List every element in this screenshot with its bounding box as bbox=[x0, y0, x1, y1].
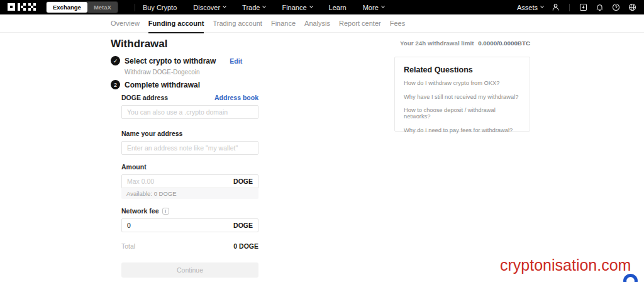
chevron-down-icon bbox=[263, 4, 267, 8]
main-nav: Buy Crypto Discover Trade Finance Learn … bbox=[143, 4, 384, 11]
tab-finance[interactable]: Finance bbox=[271, 14, 296, 33]
okx-logo-icon bbox=[8, 3, 36, 11]
total-value: 0 DOGE bbox=[233, 242, 258, 250]
total-row: Total 0 DOGE bbox=[121, 242, 258, 250]
step-number: 2 bbox=[111, 80, 120, 89]
address-input-box bbox=[121, 105, 258, 119]
tab-overview[interactable]: Overview bbox=[111, 14, 140, 33]
step-complete-withdrawal: 2 Complete withdrawal bbox=[111, 80, 200, 89]
nav-buy-crypto[interactable]: Buy Crypto bbox=[143, 4, 177, 11]
total-label: Total bbox=[121, 242, 135, 250]
amount-label: Amount bbox=[121, 163, 147, 171]
chevron-down-icon bbox=[381, 4, 385, 8]
user-icon[interactable] bbox=[552, 3, 560, 11]
chevron-down-icon bbox=[540, 4, 544, 8]
tab-fees[interactable]: Fees bbox=[390, 14, 405, 33]
amount-input-box: DOGE bbox=[121, 174, 258, 188]
page-title: Withdrawal bbox=[111, 38, 168, 50]
limit-label: Your 24h withdrawal limit bbox=[400, 40, 474, 47]
help-icon[interactable] bbox=[612, 3, 620, 11]
related-question-link[interactable]: How to choose deposit / withdrawal netwo… bbox=[404, 107, 521, 120]
mode-tab-metax[interactable]: MetaX bbox=[87, 2, 118, 13]
topbar-divider bbox=[569, 4, 570, 11]
amount-input[interactable] bbox=[127, 178, 230, 185]
name-address-label: Name your address bbox=[121, 130, 182, 137]
related-question-link[interactable]: Why have I still not received my withdra… bbox=[404, 94, 521, 100]
amount-currency: DOGE bbox=[233, 178, 253, 185]
limit-value: 0.0000/0.0000BTC bbox=[478, 40, 530, 47]
deposit-icon[interactable] bbox=[579, 3, 587, 11]
selected-crypto-text: Withdraw DOGE-Dogecoin bbox=[125, 69, 199, 76]
chevron-down-icon bbox=[309, 4, 313, 8]
tab-report-center[interactable]: Report center bbox=[339, 14, 381, 33]
network-fee-input[interactable] bbox=[127, 222, 230, 229]
topbar-right: Assets bbox=[517, 3, 636, 11]
related-question-link[interactable]: How do I withdraw crypto from OKX? bbox=[404, 80, 521, 86]
page-content: Withdrawal ✓ Select crypto to withdraw E… bbox=[0, 33, 644, 282]
assets-menu[interactable]: Assets bbox=[517, 4, 543, 11]
related-question-link[interactable]: Why do I need to pay fees for withdrawal… bbox=[404, 127, 521, 133]
address-input[interactable] bbox=[127, 108, 253, 116]
fee-currency: DOGE bbox=[233, 222, 253, 229]
tab-analysis[interactable]: Analysis bbox=[304, 14, 330, 33]
tab-funding-account[interactable]: Funding account bbox=[148, 14, 204, 33]
topbar-divider bbox=[135, 4, 135, 11]
okx-logo[interactable] bbox=[8, 3, 36, 11]
address-label: DOGE address bbox=[121, 94, 168, 101]
tab-trading-account[interactable]: Trading account bbox=[213, 14, 262, 33]
address-book-link[interactable]: Address book bbox=[214, 94, 258, 101]
step-label: Complete withdrawal bbox=[125, 81, 200, 89]
withdrawal-form: DOGE address Address book Name your addr… bbox=[121, 94, 258, 278]
globe-icon[interactable] bbox=[628, 3, 636, 11]
nav-finance[interactable]: Finance bbox=[282, 4, 312, 11]
nav-learn[interactable]: Learn bbox=[329, 4, 347, 11]
account-tabbar: Overview Funding account Trading account… bbox=[0, 14, 644, 33]
mode-tab-exchange[interactable]: Exchange bbox=[47, 2, 87, 13]
watermark: cryptonisation.com bbox=[500, 256, 631, 274]
nav-trade[interactable]: Trade bbox=[242, 4, 265, 11]
withdrawal-limit: Your 24h withdrawal limit 0.0000/0.0000B… bbox=[400, 40, 530, 47]
top-navbar: Exchange MetaX Buy Crypto Discover Trade… bbox=[0, 0, 644, 14]
info-icon[interactable]: i bbox=[162, 208, 169, 215]
check-icon: ✓ bbox=[111, 56, 120, 65]
chevron-down-icon bbox=[223, 4, 226, 8]
step-label: Select crypto to withdraw bbox=[125, 57, 216, 65]
address-note-input[interactable] bbox=[127, 144, 253, 152]
mode-switch: Exchange MetaX bbox=[46, 1, 118, 13]
bell-icon[interactable] bbox=[596, 3, 604, 11]
network-fee-label: Network fee bbox=[121, 207, 159, 215]
related-questions-panel: Related Questions How do I withdraw cryp… bbox=[394, 57, 530, 132]
name-input-box bbox=[121, 141, 258, 155]
edit-link[interactable]: Edit bbox=[230, 57, 242, 65]
continue-button[interactable]: Continue bbox=[121, 262, 258, 278]
available-balance: Available: 0 DOGE bbox=[121, 188, 258, 199]
nav-more[interactable]: More bbox=[363, 4, 384, 11]
network-fee-input-box: DOGE bbox=[121, 218, 258, 232]
related-questions-title: Related Questions bbox=[404, 65, 521, 74]
nav-discover[interactable]: Discover bbox=[193, 4, 226, 11]
step-select-crypto: ✓ Select crypto to withdraw Edit bbox=[111, 56, 242, 65]
